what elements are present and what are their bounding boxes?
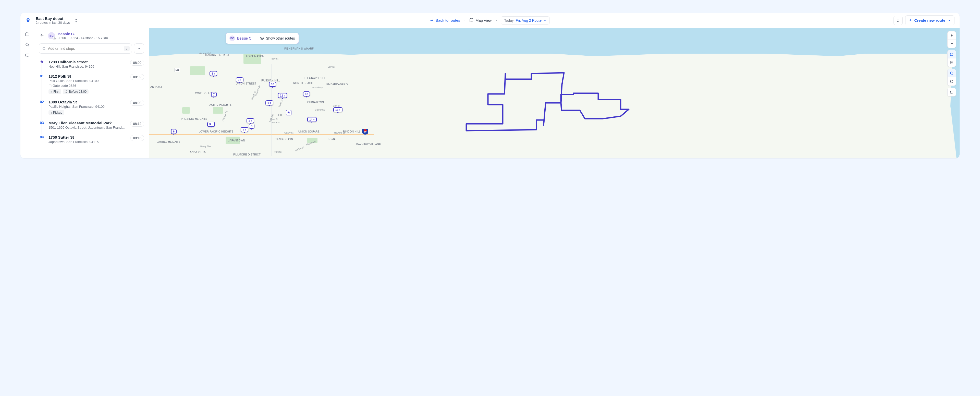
stop-time: 08:08 (130, 100, 144, 106)
depot-switcher[interactable]: ▲ ▼ (75, 18, 77, 23)
map-label: UNION SQUARE (298, 130, 320, 133)
stops-list: 1233 California StreetNob Hill, San Fran… (39, 58, 144, 147)
depot-name: East Bay depot (36, 16, 70, 21)
show-other-routes[interactable]: Show other routes (256, 34, 299, 43)
date-route-selector[interactable]: Today Fri, Aug 2 Route ▼ (501, 16, 549, 24)
marker-icon: ↑ (251, 119, 252, 122)
route-marker-4[interactable]: 4↑ (241, 127, 248, 132)
home-icon (287, 111, 290, 114)
road-label: Bush St (272, 121, 280, 124)
marker-pin-button[interactable] (948, 77, 956, 86)
stop-item[interactable]: 1233 California StreetNob Hill, San Fran… (39, 58, 144, 72)
svg-rect-3 (25, 54, 29, 56)
route-marker-12[interactable]: 12 (303, 91, 310, 96)
stop-note: ▢Gate code 2636 (48, 84, 127, 88)
stop-time: 08:00 (130, 60, 144, 65)
marker-icon: ↑ (339, 108, 340, 111)
route-marker-11[interactable]: 11↑ (278, 93, 287, 98)
svg-marker-8 (950, 80, 953, 83)
zoom-out-button[interactable]: − (948, 40, 956, 48)
top-bar: East Bay depot 2 routes in last 30 days … (21, 13, 959, 28)
chevron-down-icon: ▼ (138, 47, 141, 50)
map-layer-button[interactable] (948, 50, 956, 59)
search-input[interactable] (48, 46, 122, 51)
driver-name: Bessie C. (58, 32, 108, 36)
marker-icon: ↑ (211, 123, 213, 126)
image-icon (950, 61, 953, 64)
nav-search[interactable] (25, 42, 30, 48)
map-label: JAPANTOWN (228, 139, 245, 142)
map-label: PACIFIC HEIGHTS (208, 104, 231, 106)
marker-number: 12 (305, 93, 308, 96)
create-route-label: Create new route (914, 18, 945, 22)
road-label: Broadway (312, 86, 323, 89)
route-date-label: Fri, Aug 2 Route (516, 18, 542, 22)
stop-title: 1750 Sutter St (48, 135, 127, 139)
stop-item[interactable]: 021809 Octavia StPacific Heights, San Fr… (39, 98, 144, 119)
map-label: BAYVIEW VILLAGE (356, 143, 381, 146)
route-marker-9[interactable]: 9↑ (236, 77, 243, 83)
avatar-initials: BC (49, 34, 54, 37)
select-controls (947, 88, 956, 96)
stop-number: 04 (40, 135, 44, 144)
route-marker-2[interactable]: 2↑ (247, 118, 254, 123)
panel-menu-button[interactable]: ⋯ (137, 32, 144, 40)
road-label: Geary Blvd (200, 145, 212, 148)
stop-chips: ≡First⏱Before 13:00 (48, 89, 127, 94)
marker-number: 14 (309, 118, 312, 121)
map-area[interactable]: MARINA DISTRICT FORT MASON FISHERMAN'S W… (149, 28, 959, 158)
chevron-down-icon: ▼ (948, 19, 951, 22)
chevron-down-icon: ▼ (544, 19, 546, 22)
map-tools: + − (947, 31, 956, 96)
map-home-marker[interactable] (286, 110, 291, 115)
area-select-button[interactable] (948, 88, 956, 96)
route-marker-10[interactable]: 10 (269, 82, 276, 87)
stop-item[interactable]: 03Mary Ellen Pleasant Memorial Park1501-… (39, 119, 144, 133)
stop-search[interactable]: / (39, 43, 132, 54)
chevron-right-icon: › (463, 19, 467, 22)
chip-icon: ≡ (51, 90, 52, 93)
stop-options-button[interactable]: ▼ (134, 43, 144, 54)
route-marker-1[interactable]: 1≡ (266, 101, 273, 105)
nav-present[interactable] (25, 53, 30, 59)
interstate-shield: 80 (362, 129, 368, 134)
back-to-routes-link[interactable]: ↩ Back to routes (430, 18, 460, 23)
overlay-driver[interactable]: BC Bessie C. (226, 33, 256, 44)
driver-avatar: BC ◷ (48, 32, 55, 39)
app-window: East Bay depot 2 routes in last 30 days … (21, 13, 959, 158)
route-marker-5[interactable]: 5↑ (207, 122, 215, 127)
stop-item[interactable]: 011812 Polk StPolk Gulch, San Francisco,… (39, 72, 144, 98)
today-label: Today (504, 18, 514, 22)
satellite-layer-button[interactable] (948, 59, 956, 67)
create-route-button[interactable]: + Create new route ▼ (905, 15, 955, 25)
route-marker-13[interactable]: 13↑ (333, 107, 342, 112)
panel-back-button[interactable] (39, 32, 45, 40)
map-label: LOWER PACIFIC HEIGHTS (199, 130, 234, 133)
chevron-down-icon: ▼ (75, 21, 77, 23)
chevron-up-icon: ▲ (75, 18, 77, 20)
bookmark-button[interactable] (894, 16, 903, 25)
route-marker-8[interactable]: 8↑ (210, 71, 217, 76)
stop-address: Japantown, San Francisco, 94115 (48, 140, 127, 144)
route-marker-6[interactable]: 6 (171, 129, 177, 134)
note-icon: ▢ (48, 84, 52, 88)
route-marker-3[interactable]: 3 (249, 124, 255, 129)
map-view-label: Map view (476, 18, 492, 22)
stop-item[interactable]: 041750 Sutter StJapantown, San Francisco… (39, 133, 144, 147)
route-marker-14[interactable]: 14≡ (307, 117, 317, 122)
marker-number: 6 (173, 130, 175, 133)
map-label: AN POST (150, 86, 162, 88)
nav-home[interactable] (25, 32, 30, 37)
chip: ≡First (48, 89, 61, 94)
stop-time: 08:12 (130, 121, 144, 127)
zoom-in-button[interactable]: + (948, 31, 956, 40)
road-label: Clay St (333, 105, 340, 107)
marker-number: 4 (243, 128, 244, 131)
marker-number: 9 (238, 78, 239, 81)
marker-shield-button[interactable] (948, 69, 956, 77)
marker-icon: ↑ (245, 128, 246, 131)
shield-icon (950, 72, 953, 75)
map-label: PRESIDIO HEIGHTS (181, 117, 207, 120)
map-label: SOMA (328, 138, 336, 141)
route-marker-7[interactable]: 7 (211, 92, 217, 97)
